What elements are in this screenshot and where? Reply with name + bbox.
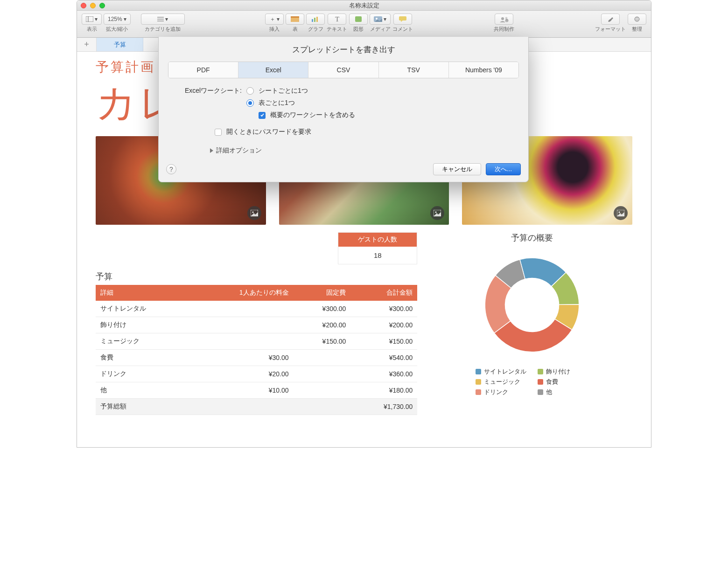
shape-icon [355,16,362,22]
password-label: 開くときにパスワードを要求 [226,128,311,136]
shape-button[interactable] [349,14,368,25]
organize-button[interactable] [628,14,646,25]
media-button[interactable]: ▾ [370,14,391,25]
chart-legend: サイトレンタル飾り付けミュージック食費ドリンク他 [476,367,588,396]
guest-box[interactable]: ゲストの人数 18 [338,232,417,264]
sheet-tab-budget[interactable]: 予算 [97,38,143,51]
chevron-down-icon: ▾ [277,16,280,22]
table-row[interactable]: 食費¥30.00¥540.00 [96,350,417,366]
image-icon[interactable] [247,206,261,220]
text-icon: T [335,15,339,23]
chart-button[interactable] [306,14,325,25]
plus-icon: ＋ [270,15,275,23]
legend-item: ミュージック [476,378,526,386]
svg-rect-0 [86,16,93,22]
media-label: メディア [370,26,391,33]
table-row[interactable]: ドリンク¥20.00¥360.00 [96,366,417,382]
guest-value: 18 [338,247,417,264]
legend-item: サイトレンタル [476,367,526,376]
view-label: 表示 [87,26,97,33]
image-icon[interactable] [614,206,628,220]
tab-tsv[interactable]: TSV [379,62,449,78]
col-detail: 詳細 [96,285,191,301]
export-dialog: スプレッドシートを書き出す PDF Excel CSV TSV Numbers … [158,37,529,182]
svg-rect-13 [399,16,406,21]
advanced-label: 詳細オプション [216,146,262,155]
legend-item: 飾り付け [538,367,588,376]
zoom-button[interactable]: 125% ▾ [104,14,131,25]
summary-title: 予算の概要 [511,232,553,243]
tab-pdf[interactable]: PDF [168,62,238,78]
tab-csv[interactable]: CSV [308,62,378,78]
guest-header: ゲストの人数 [338,233,417,247]
donut-chart[interactable]: 17%12%9%31%21%10% [476,249,588,361]
shape-label: 図形 [353,26,364,33]
svg-point-14 [501,17,504,20]
svg-point-27 [619,212,620,213]
chevron-down-icon: ▾ [95,16,98,22]
legend-item: 他 [538,388,588,396]
summary-section: 予算の概要 17%12%9%31%21%10% サイトレンタル飾り付けミュージッ… [431,232,632,415]
radio-per-table-label: 表ごとに1つ [259,99,295,107]
tab-excel[interactable]: Excel [238,62,308,78]
radio-per-sheet-label: シートごとに1つ [259,87,308,95]
window-title: 名称未設定 [77,1,651,10]
comment-icon [399,16,406,22]
chart-icon [311,16,320,22]
include-summary-label: 概要のワークシートを含める [270,111,355,119]
worksheet-label: Excelワークシート: [173,87,242,95]
svg-text:+: + [506,19,508,22]
table-row[interactable]: 飾り付け¥200.00¥200.00 [96,317,417,333]
help-button[interactable]: ? [166,164,176,174]
table-row[interactable]: 他¥10.00¥180.00 [96,382,417,399]
text-button[interactable]: T [328,14,346,25]
table-row[interactable]: ミュージック¥150.00¥150.00 [96,333,417,350]
col-per-person: 1人あたりの料金 [191,285,294,301]
chevron-down-icon: ▾ [124,16,126,22]
chevron-down-icon: ▾ [165,16,168,22]
svg-point-25 [435,212,437,213]
zoom-label: 拡大/縮小 [106,26,128,33]
advanced-disclosure[interactable]: 詳細オプション [210,146,514,155]
insert-label: 挿入 [269,26,280,33]
share-label: 共同制作 [494,26,514,33]
svg-rect-9 [316,17,318,22]
checkbox-include-summary[interactable] [259,112,266,119]
tab-numbers09[interactable]: Numbers '09 [449,62,518,78]
view-icon [86,16,93,22]
table-row-total[interactable]: 予算総額¥1,730.00 [96,399,417,415]
brush-icon [607,16,614,22]
table-icon [291,16,299,22]
format-tabs: PDF Excel CSV TSV Numbers '09 [168,62,519,78]
table-button[interactable] [286,14,304,25]
cancel-button[interactable]: キャンセル [433,163,481,175]
table-label: 表 [293,26,298,33]
insert-button[interactable]: ＋▾ [265,14,284,25]
legend-item: ドリンク [476,388,526,396]
budget-table[interactable]: 詳細 1人あたりの料金 固定費 合計金額 サイトレンタル¥300.00¥300.… [96,285,417,415]
col-total: 合計金額 [350,285,417,301]
radio-per-table[interactable] [246,99,254,107]
comment-button[interactable] [393,14,412,25]
share-icon: + [499,16,509,22]
chart-label: グラフ [308,26,323,33]
view-button[interactable]: ▾ [82,14,102,25]
table-row[interactable]: サイトレンタル¥300.00¥300.00 [96,301,417,317]
next-button[interactable]: 次へ... [486,163,521,175]
organize-icon [634,16,640,22]
disclosure-triangle-icon [210,148,213,153]
zoom-value: 125% [108,16,122,22]
svg-rect-6 [291,16,299,18]
format-button[interactable] [601,14,620,25]
share-button[interactable]: + [495,14,513,25]
category-label: カテゴリを追加 [145,26,181,33]
svg-point-23 [252,212,253,213]
text-label: テキスト [327,26,347,33]
category-button[interactable]: ▾ [141,14,185,25]
add-sheet-button[interactable]: + [77,38,97,51]
media-icon [374,16,382,22]
checkbox-password[interactable] [215,129,222,136]
svg-rect-10 [355,16,362,22]
image-icon[interactable] [430,206,444,220]
radio-per-sheet[interactable] [246,87,254,95]
